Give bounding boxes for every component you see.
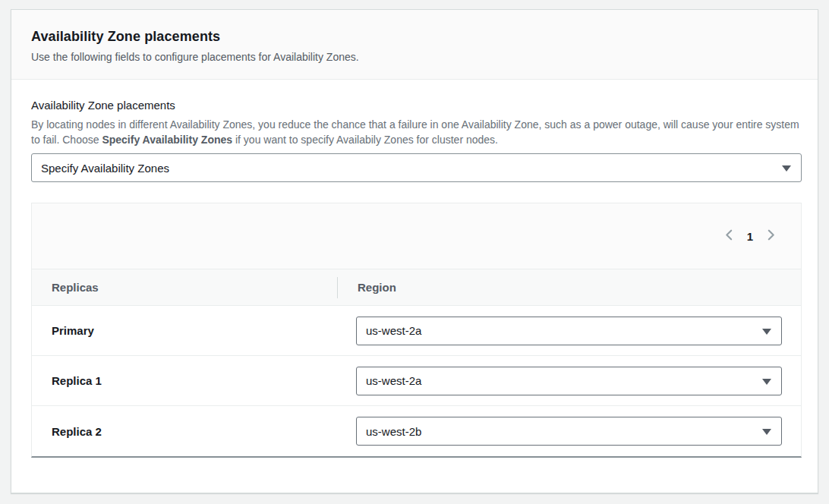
- pagination-current-page: 1: [747, 230, 753, 243]
- card-body: Availability Zone placements By locating…: [11, 80, 818, 476]
- chevron-down-icon: [762, 429, 771, 435]
- table-row-replica-1: Replica 1 us-west-2a: [32, 356, 801, 406]
- region-cell-primary: us-west-2a: [337, 317, 801, 345]
- availability-zone-placements-card: Availability Zone placements Use the fol…: [11, 9, 818, 493]
- az-placements-field-label: Availability Zone placements: [31, 99, 800, 112]
- region-select-replica-1[interactable]: us-west-2a: [356, 367, 782, 395]
- chevron-right-icon: [764, 228, 777, 244]
- replica-label-primary: Primary: [32, 324, 337, 337]
- region-select-replica-2-value: us-west-2b: [366, 425, 421, 438]
- replica-label-replica-2: Replica 2: [32, 425, 337, 438]
- description-text-after: if you want to specify Availabily Zones …: [232, 134, 498, 146]
- table-row-primary: Primary us-west-2a: [32, 306, 801, 356]
- region-select-replica-2[interactable]: us-west-2b: [356, 417, 782, 446]
- region-select-primary-value: us-west-2a: [366, 324, 421, 337]
- page-title: Availability Zone placements: [31, 29, 798, 45]
- pagination-prev-button[interactable]: [719, 225, 740, 247]
- region-select-primary[interactable]: us-west-2a: [356, 317, 782, 345]
- chevron-down-icon: [782, 165, 791, 172]
- region-select-replica-1-value: us-west-2a: [366, 374, 421, 387]
- region-cell-replica-2: us-west-2b: [337, 417, 801, 446]
- az-mode-select-value: Specify Availability Zones: [41, 162, 169, 175]
- pagination-bar: 1: [32, 203, 801, 269]
- replica-label-replica-1: Replica 1: [32, 374, 337, 387]
- pagination-next-button[interactable]: [760, 225, 781, 247]
- column-header-region: Region: [337, 277, 801, 298]
- column-header-replicas: Replicas: [32, 281, 337, 294]
- az-placements-table: 1 Replicas Region Primary us-west-2a: [31, 203, 802, 458]
- card-header: Availability Zone placements Use the fol…: [11, 10, 818, 80]
- page-subtitle: Use the following fields to configure pl…: [31, 51, 798, 63]
- chevron-down-icon: [762, 329, 771, 335]
- table-row-replica-2: Replica 2 us-west-2b: [32, 406, 801, 456]
- region-cell-replica-1: us-west-2a: [337, 367, 801, 395]
- az-mode-select[interactable]: Specify Availability Zones: [31, 153, 802, 182]
- chevron-left-icon: [723, 228, 736, 244]
- chevron-down-icon: [762, 379, 771, 385]
- table-header-row: Replicas Region: [32, 269, 801, 306]
- az-placements-description: By locating nodes in different Availabil…: [31, 117, 800, 147]
- description-bold-text: Specify Availability Zones: [102, 134, 232, 146]
